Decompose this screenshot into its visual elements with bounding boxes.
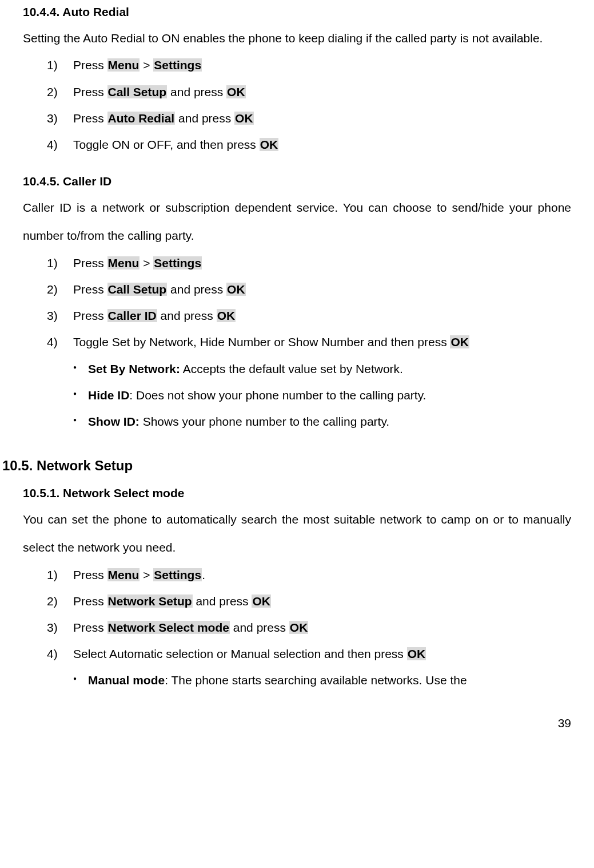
bold-term: Hide ID [88, 389, 129, 402]
highlight: Menu [107, 568, 140, 581]
page-number: 39 [23, 717, 571, 729]
text: > [139, 568, 153, 581]
list-number: 1) [47, 562, 73, 588]
list-number: 4) [47, 329, 73, 355]
list-content: Select Automatic selection or Manual sel… [73, 641, 571, 667]
list-number: 2) [47, 79, 73, 105]
list-number: 3) [47, 303, 73, 329]
heading-1045: 10.4.5. Caller ID [23, 169, 571, 193]
heading-1044: 10.4.4. Auto Redial [23, 0, 571, 24]
list-item: 3) Press Auto Redial and press OK [47, 105, 571, 132]
list-number: 1) [47, 52, 73, 78]
highlight: Call Setup [107, 283, 168, 296]
bullet-icon: ● [73, 667, 88, 685]
text: Press [73, 85, 107, 98]
text: Toggle Set by Network, Hide Number or Sh… [73, 335, 450, 348]
highlight: OK [226, 283, 246, 296]
list-item: 2) Press Call Setup and press OK [47, 79, 571, 105]
list-item: 1) Press Menu > Settings [47, 52, 571, 78]
text: Press [73, 309, 107, 322]
para-1045: Caller ID is a network or subscription d… [23, 193, 571, 250]
list-1051: 1) Press Menu > Settings. 2) Press Netwo… [23, 562, 571, 668]
text: Press [73, 58, 107, 72]
bullet-icon: ● [73, 356, 88, 374]
list-item: 2) Press Call Setup and press OK [47, 276, 571, 303]
highlight: OK [234, 112, 254, 125]
bold-term: Show ID: [88, 415, 139, 428]
text: Press [73, 621, 107, 634]
text: Press [73, 112, 107, 125]
para-1051: You can set the phone to automatically s… [23, 505, 571, 562]
list-number: 3) [47, 105, 73, 132]
list-content: Press Network Setup and press OK [73, 588, 571, 615]
highlight: Menu [107, 256, 140, 269]
bold-term: Set By Network: [88, 362, 180, 375]
list-content: Press Call Setup and press OK [73, 276, 571, 303]
bullet-item: ● Manual mode: The phone starts searchin… [73, 667, 571, 693]
sublist-1051: ● Manual mode: The phone starts searchin… [23, 667, 571, 693]
sublist-1045: ● Set By Network: Accepts the default va… [23, 356, 571, 435]
list-item: 1) Press Menu > Settings [47, 250, 571, 276]
list-number: 2) [47, 588, 73, 615]
text: > [139, 256, 153, 269]
list-number: 4) [47, 641, 73, 667]
highlight: OK [407, 647, 426, 660]
list-content: Press Caller ID and press OK [73, 303, 571, 329]
list-content: Press Network Select mode and press OK [73, 615, 571, 641]
text: and press [157, 309, 217, 322]
bullet-item: ● Set By Network: Accepts the default va… [73, 356, 571, 382]
bold-term: Manual mode [88, 673, 165, 687]
bullet-item: ● Hide ID: Does not show your phone numb… [73, 382, 571, 409]
list-number: 4) [47, 132, 73, 158]
bullet-content: Manual mode: The phone starts searching … [88, 667, 467, 693]
list-content: Toggle ON or OFF, and then press OK [73, 132, 571, 158]
bullet-content: Hide ID: Does not show your phone number… [88, 382, 426, 409]
list-content: Press Menu > Settings [73, 52, 571, 78]
list-content: Press Auto Redial and press OK [73, 105, 571, 132]
highlight: Settings [153, 256, 202, 269]
bullet-icon: ● [73, 382, 88, 400]
text: Toggle ON or OFF, and then press [73, 138, 260, 151]
bullet-content: Set By Network: Accepts the default valu… [88, 356, 403, 382]
highlight: Network Setup [107, 594, 193, 608]
highlight: Settings [153, 58, 202, 72]
text: and press [193, 594, 252, 608]
text: Press [73, 594, 107, 608]
heading-105: 10.5. Network Setup [2, 451, 571, 481]
highlight: Auto Redial [107, 112, 176, 125]
text: and press [230, 621, 289, 634]
list-item: 2) Press Network Setup and press OK [47, 588, 571, 615]
text: and press [167, 283, 226, 296]
list-content: Press Menu > Settings [73, 250, 571, 276]
list-content: Toggle Set by Network, Hide Number or Sh… [73, 329, 571, 355]
text: > [139, 58, 153, 72]
list-item: 4) Toggle Set by Network, Hide Number or… [47, 329, 571, 355]
text: Accepts the default value set by Network… [180, 362, 403, 375]
highlight: OK [252, 594, 271, 608]
text: Press [73, 256, 107, 269]
highlight: Caller ID [107, 309, 157, 322]
list-item: 3) Press Caller ID and press OK [47, 303, 571, 329]
bullet-content: Show ID: Shows your phone number to the … [88, 409, 389, 435]
text: : The phone starts searching available n… [165, 673, 467, 687]
text: Shows your phone number to the calling p… [139, 415, 389, 428]
highlight: OK [450, 335, 469, 348]
list-number: 2) [47, 276, 73, 303]
text: Select Automatic selection or Manual sel… [73, 647, 407, 660]
highlight: Call Setup [107, 85, 168, 98]
highlight: OK [260, 138, 279, 151]
list-number: 1) [47, 250, 73, 276]
text: . [202, 568, 205, 581]
list-1045: 1) Press Menu > Settings 2) Press Call S… [23, 250, 571, 356]
text: and press [175, 112, 234, 125]
highlight: Menu [107, 58, 140, 72]
list-content: Press Menu > Settings. [73, 562, 571, 588]
highlight: OK [289, 621, 309, 634]
text: and press [167, 85, 226, 98]
highlight: OK [217, 309, 236, 322]
list-item: 3) Press Network Select mode and press O… [47, 615, 571, 641]
list-item: 1) Press Menu > Settings. [47, 562, 571, 588]
list-item: 4) Toggle ON or OFF, and then press OK [47, 132, 571, 158]
list-number: 3) [47, 615, 73, 641]
text: Press [73, 283, 107, 296]
